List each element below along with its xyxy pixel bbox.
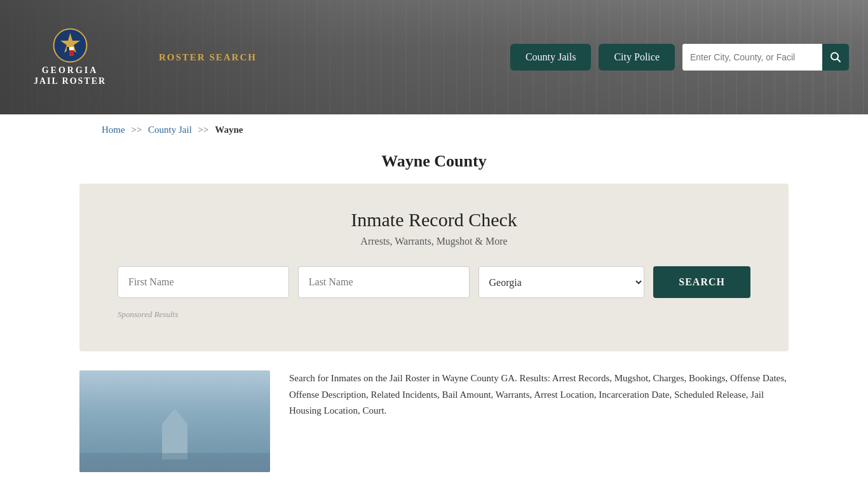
logo-subtitle: JAIL ROSTER — [34, 76, 106, 86]
county-jails-button[interactable]: County Jails — [510, 44, 592, 71]
sponsored-label: Sponsored Results — [118, 309, 750, 320]
site-header: GEORGIA JAIL ROSTER ROSTER SEARCH County… — [0, 0, 868, 114]
record-check-section: Inmate Record Check Arrests, Warrants, M… — [79, 184, 789, 351]
bottom-section: Search for Inmates on the Jail Roster in… — [0, 351, 868, 488]
page-title: Wayne County — [0, 152, 868, 171]
breadcrumb: Home >> County Jail >> Wayne — [0, 114, 868, 146]
main-nav: ROSTER SEARCH — [146, 51, 257, 63]
search-icon — [830, 51, 841, 63]
header-right: County Jails City Police — [510, 44, 849, 71]
header-search-bar — [682, 44, 849, 71]
state-select[interactable]: Georgia Alabama Florida Tennessee — [478, 266, 645, 298]
first-name-input[interactable] — [118, 266, 289, 298]
record-search-button[interactable]: SEARCH — [653, 266, 750, 298]
last-name-input[interactable] — [298, 266, 470, 298]
site-logo[interactable]: GEORGIA JAIL ROSTER — [19, 28, 121, 86]
breadcrumb-county-jail[interactable]: County Jail — [148, 125, 192, 135]
breadcrumb-sep2: >> — [198, 125, 209, 135]
city-police-button[interactable]: City Police — [599, 44, 675, 71]
logo-title: GEORGIA — [42, 65, 98, 76]
record-check-form: Georgia Alabama Florida Tennessee SEARCH — [118, 266, 750, 298]
county-description: Search for Inmates on the Jail Roster in… — [289, 370, 789, 419]
record-check-title: Inmate Record Check — [118, 209, 750, 231]
page-title-section: Wayne County — [0, 146, 868, 184]
roster-search-nav[interactable]: ROSTER SEARCH — [159, 52, 257, 62]
georgia-seal-icon — [53, 28, 88, 63]
breadcrumb-home[interactable]: Home — [102, 125, 125, 135]
svg-rect-4 — [67, 47, 69, 56]
county-image — [79, 370, 270, 472]
header-search-button[interactable] — [822, 44, 849, 71]
header-search-input[interactable] — [682, 44, 822, 71]
svg-line-6 — [837, 59, 841, 62]
breadcrumb-current: Wayne — [215, 125, 243, 135]
record-check-subtitle: Arrests, Warrants, Mugshot & More — [118, 236, 750, 247]
breadcrumb-sep1: >> — [131, 125, 142, 135]
